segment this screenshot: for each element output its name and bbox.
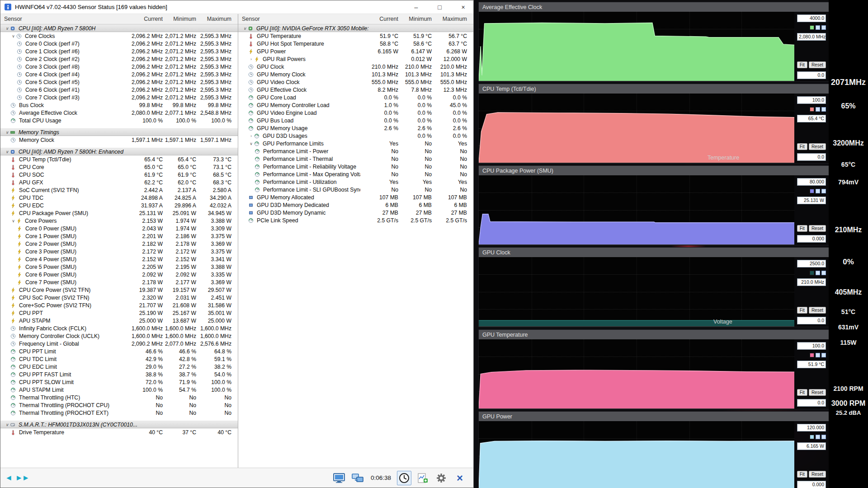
clock-toggle-icon[interactable] — [397, 471, 411, 485]
system-summary-icon[interactable] — [332, 471, 346, 485]
sensor-row[interactable]: Core 2 Clock (perf #2)2,096.2 MHz2,071.2… — [0, 55, 238, 63]
column-sensor[interactable]: Sensor — [242, 16, 360, 22]
sensor-row[interactable]: Thermal Throttling (HTC)NoNoNo — [0, 394, 238, 401]
sensor-row[interactable]: Core 0 Clock (perf #7)2,096.2 MHz2,071.2… — [0, 40, 238, 47]
sensor-row[interactable]: CPU Core Power (SVI2 TFN)19.387 W19.157 … — [0, 286, 238, 294]
sensor-row[interactable]: Core 6 Clock (perf #1)2,096.2 MHz2,071.2… — [0, 86, 238, 94]
chevron-expanded-icon[interactable]: ∨ — [248, 141, 254, 146]
series-color-swatch[interactable] — [810, 189, 814, 193]
legend-swatch[interactable] — [821, 435, 826, 439]
sensor-row[interactable]: CPU PPT SLOW Limit72.0 %71.9 %100.0 % — [0, 378, 238, 386]
sensor-row[interactable]: CPU Package Power (SMU)25.131 W25.091 W3… — [0, 209, 238, 217]
sensor-row[interactable]: CPU SOC61.9 °C61.9 °C68.5 °C — [0, 171, 238, 178]
fit-button[interactable]: Fit — [797, 143, 807, 150]
sensor-row[interactable]: Core 0 Power (SMU)2.043 W1.974 W3.309 W — [0, 225, 238, 232]
reset-button[interactable]: Reset — [809, 307, 826, 314]
legend-swatch[interactable] — [816, 435, 820, 439]
legend-swatch[interactable] — [821, 107, 826, 112]
sensor-group-header[interactable]: ∨S.M.A.R.T.: HFM001TD3JX013N (CY0CT0010.… — [0, 421, 238, 428]
sensor-row[interactable]: GPU D3D Memory Dynamic27 MB27 MB27 MB — [238, 209, 473, 216]
sensor-row[interactable]: Frequency Limit - Global2,090.2 MHz2,077… — [0, 340, 238, 347]
sensor-row[interactable]: ›GPU Rail Powers0.012 W12.000 W — [238, 55, 473, 63]
sensor-row[interactable]: Memory Clock1,597.1 MHz1,597.1 MHz1,597.… — [0, 136, 238, 144]
logging-report-icon[interactable] — [415, 471, 430, 485]
graph-titlebar[interactable]: GPU Clock — [479, 248, 829, 257]
settings-gear-icon[interactable] — [434, 471, 448, 485]
sensor-row[interactable]: Performance Limit - PowerNoNoNo — [238, 147, 473, 155]
reset-button[interactable]: Reset — [809, 471, 826, 478]
maximize-button[interactable]: □ — [429, 0, 450, 14]
graph-titlebar[interactable]: GPU Temperature — [479, 330, 829, 339]
sensor-row[interactable]: Memory Controller Clock (UCLK)1,600.0 MH… — [0, 332, 238, 340]
sensor-row[interactable]: PCIe Link Speed2.5 GT/s2.5 GT/s2.5 GT/s — [238, 216, 473, 224]
sensor-row[interactable]: Core 4 Clock (perf #4)2,096.2 MHz2,071.2… — [0, 70, 238, 78]
column-minimum[interactable]: Minimum — [163, 16, 196, 22]
series-color-swatch[interactable] — [810, 107, 814, 112]
fit-button[interactable]: Fit — [797, 307, 807, 314]
legend-swatch[interactable] — [816, 271, 820, 275]
sensor-group-header[interactable]: ∨CPU [#0]: AMD Ryzen 7 5800H: Enhanced — [0, 148, 238, 155]
sensor-row[interactable]: CPU PPT FAST Limit38.8 %38.7 %54.0 % — [0, 371, 238, 378]
scale-max-input[interactable]: 100.0 — [797, 342, 826, 350]
legend-swatch[interactable] — [821, 189, 826, 193]
series-color-swatch[interactable] — [810, 271, 814, 275]
sensor-row[interactable]: Core 7 Power (SMU)2.178 W2.177 W3.369 W — [0, 278, 238, 286]
fit-button[interactable]: Fit — [797, 225, 807, 232]
sensor-row[interactable]: CPU TDC24.898 A24.825 A34.290 A — [0, 194, 238, 202]
graph-titlebar[interactable]: Average Effective Clock — [479, 2, 829, 12]
sensor-row[interactable]: Total CPU Usage100.0 %100.0 %100.0 % — [0, 117, 238, 124]
sensor-row[interactable]: GPU D3D Memory Dedicated6 MB6 MB6 MB — [238, 201, 473, 209]
sensor-row[interactable]: ∨Core Powers2.153 W1.974 W3.388 W — [0, 217, 238, 225]
sensor-row[interactable]: GPU Power6.165 W6.147 W6.268 W — [238, 47, 473, 55]
sensor-row[interactable]: Core 5 Clock (perf #5)2,096.2 MHz2,071.2… — [0, 78, 238, 86]
sensor-row[interactable]: GPU Clock210.0 MHz210.0 MHz210.0 MHz — [238, 63, 473, 70]
fit-button[interactable]: Fit — [797, 389, 807, 396]
chevron-expanded-icon[interactable]: ∨ — [10, 219, 16, 223]
legend-swatch[interactable] — [816, 353, 820, 357]
scale-min-input[interactable]: 0.000 — [797, 235, 826, 243]
chevron-expanded-icon[interactable]: ∨ — [4, 130, 10, 135]
sensor-group-header[interactable]: ∨GPU [#0]: NVIDIA GeForce RTX 3050 Mobil… — [238, 24, 473, 32]
scale-max-input[interactable]: 100.0 — [797, 96, 826, 104]
scale-min-input[interactable]: 0.000 — [797, 481, 826, 488]
reset-button[interactable]: Reset — [809, 225, 826, 232]
sensor-row[interactable]: GPU Video Engine Load0.0 %0.0 %0.0 % — [238, 109, 473, 117]
sensor-row[interactable]: CPU Temp (Tctl/Tdie)65.4 °C65.4 °C73.3 °… — [0, 155, 238, 163]
sensor-row[interactable]: Thermal Throttling (PROCHOT CPU)NoNoNo — [0, 401, 238, 409]
chevron-expanded-icon[interactable]: ∨ — [4, 150, 10, 154]
sensor-row[interactable]: Infinity Fabric Clock (FCLK)1,600.0 MHz1… — [0, 324, 238, 332]
sensor-row[interactable]: Core 4 Power (SMU)2.152 W2.152 W3.341 W — [0, 255, 238, 263]
graph-titlebar[interactable]: CPU Temp (Tctl/Tdie) — [479, 84, 829, 94]
reset-button[interactable]: Reset — [809, 143, 826, 150]
sensor-row[interactable]: CPU EDC Limit29.0 %27.2 %38.2 % — [0, 363, 238, 371]
sensor-row[interactable]: CPU SoC Power (SVI2 TFN)2.320 W2.031 W2.… — [0, 294, 238, 301]
sensor-row[interactable]: SoC Current (SVI2 TFN)2.442 A2.137 A2.58… — [0, 186, 238, 194]
sensor-row[interactable]: Performance Limit - Reliability VoltageN… — [238, 163, 473, 170]
chevron-collapsed-icon[interactable]: › — [248, 57, 254, 61]
sensor-row[interactable]: Performance Limit - Max Operating Voltag… — [238, 170, 473, 178]
column-current[interactable]: Current — [360, 16, 398, 22]
legend-swatch[interactable] — [816, 189, 820, 193]
sensor-row[interactable]: GPU Temperature51.9 °C51.9 °C56.7 °C — [238, 32, 473, 40]
sensor-row[interactable]: CPU PPT Limit46.6 %46.6 %64.8 % — [0, 347, 238, 355]
sensor-row[interactable]: Thermal Throttling (PROCHOT EXT)NoNoNo — [0, 409, 238, 417]
graph-titlebar[interactable]: GPU Power — [479, 412, 829, 421]
column-current[interactable]: Current — [125, 16, 163, 22]
sensor-group-header[interactable]: ∨CPU [#0]: AMD Ryzen 7 5800H — [0, 24, 238, 32]
sensor-row[interactable]: Core 7 Clock (perf #3)2,096.2 MHz2,071.2… — [0, 94, 238, 101]
sensor-row[interactable]: GPU Memory Clock101.3 MHz101.3 MHz101.3 … — [238, 70, 473, 78]
sensor-row[interactable]: CPU EDC31.937 A29.896 A42.032 A — [0, 202, 238, 209]
sensor-row[interactable]: Drive Temperature40 °C37 °C40 °C — [0, 428, 238, 436]
scale-max-input[interactable]: 4000.0 — [797, 14, 826, 22]
sensor-row[interactable]: Core 3 Clock (perf #8)2,096.2 MHz2,071.2… — [0, 63, 238, 70]
prev-page-arrow-icon[interactable]: ◄ — [5, 474, 12, 483]
legend-swatch[interactable] — [821, 25, 826, 30]
chevron-expanded-icon[interactable]: ∨ — [4, 422, 10, 427]
sensor-row[interactable]: CPU TDC Limit42.9 %42.8 %59.1 % — [0, 355, 238, 363]
graph-titlebar[interactable]: CPU Package Power (SMU) — [479, 166, 829, 175]
scale-max-input[interactable]: 120.000 — [797, 424, 826, 432]
sensor-row[interactable]: ›GPU D3D Usages0.0 %0.0 % — [238, 132, 473, 140]
chevron-expanded-icon[interactable]: ∨ — [10, 34, 16, 38]
scale-min-input[interactable]: 0.0 — [797, 153, 826, 161]
sensor-row[interactable]: APU STAPM25.000 W13.687 W25.000 W — [0, 317, 238, 324]
